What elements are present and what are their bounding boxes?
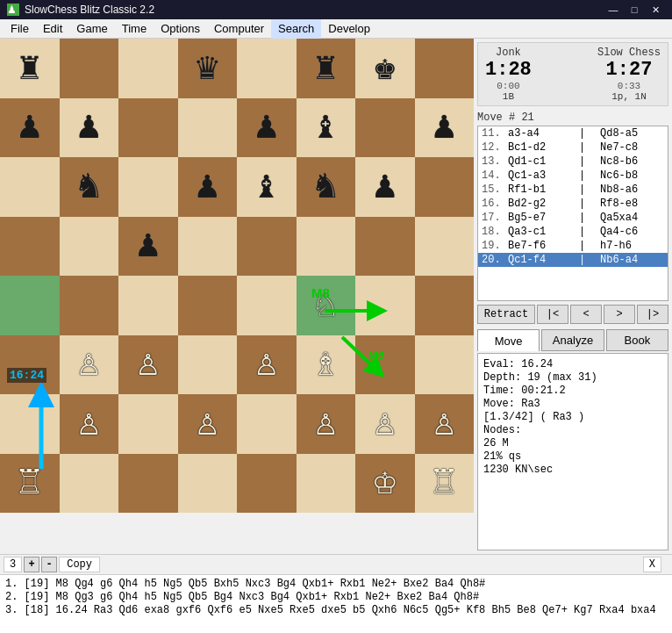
- menu-search[interactable]: Search: [271, 19, 321, 39]
- square[interactable]: ♟: [237, 98, 297, 158]
- table-row[interactable]: 12.Bc1-d2 | Ne7-c8: [478, 140, 668, 155]
- move-list[interactable]: 11.a3-a4 | Qd8-a512.Bc1-d2 | Ne7-c813.Qd…: [477, 126, 668, 301]
- table-row[interactable]: 19.Be7-f6 | h7-h6: [478, 239, 668, 253]
- square[interactable]: [118, 98, 178, 158]
- piece[interactable]: ♖: [18, 464, 42, 502]
- piece[interactable]: ♙: [77, 405, 101, 443]
- menu-options[interactable]: Options: [154, 19, 207, 39]
- square[interactable]: [0, 335, 60, 395]
- table-row[interactable]: 14.Qc1-a3 | Nc6-b8: [478, 169, 668, 183]
- last-move-button[interactable]: |>: [637, 305, 668, 324]
- piece[interactable]: ♔: [374, 464, 397, 502]
- table-row[interactable]: 16.Bd2-g2 | Rf8-e8: [478, 197, 668, 211]
- square[interactable]: ♟: [0, 98, 60, 158]
- maximize-button[interactable]: □: [625, 0, 644, 19]
- square[interactable]: [118, 39, 178, 98]
- square[interactable]: [60, 217, 119, 277]
- square[interactable]: ♗: [297, 335, 356, 395]
- table-row[interactable]: 20.Qc1-f4 | Nb6-a4: [478, 253, 668, 267]
- piece[interactable]: ♝: [314, 108, 338, 147]
- square[interactable]: ♖: [0, 454, 60, 514]
- square[interactable]: ♙: [118, 335, 178, 395]
- square[interactable]: ♙: [60, 335, 119, 395]
- square[interactable]: ♜: [0, 39, 60, 98]
- piece[interactable]: ♟: [137, 227, 161, 265]
- square[interactable]: ♟: [355, 157, 415, 217]
- square[interactable]: [415, 157, 475, 217]
- square[interactable]: ♙: [178, 394, 238, 454]
- square[interactable]: ♞: [60, 157, 119, 217]
- square[interactable]: [0, 157, 60, 217]
- square[interactable]: ♙: [297, 394, 356, 454]
- square[interactable]: [178, 335, 238, 395]
- piece[interactable]: ♝: [255, 168, 279, 206]
- table-row[interactable]: 18.Qa3-c1 | Qa4-c6: [478, 225, 668, 239]
- square[interactable]: [415, 217, 475, 277]
- square[interactable]: ♝: [297, 98, 356, 158]
- square[interactable]: [355, 217, 415, 277]
- menu-computer[interactable]: Computer: [207, 19, 271, 39]
- square[interactable]: [178, 217, 238, 277]
- square[interactable]: ♚: [355, 39, 415, 98]
- square[interactable]: ♛: [178, 39, 238, 98]
- table-row[interactable]: 17.Bg5-e7 | Qa5xa4: [478, 211, 668, 225]
- add-tab-button[interactable]: +: [24, 557, 39, 572]
- square[interactable]: ♜: [297, 39, 356, 98]
- square[interactable]: [415, 276, 475, 335]
- prev-move-button[interactable]: <: [570, 305, 602, 324]
- square[interactable]: [415, 335, 475, 395]
- menu-file[interactable]: File: [4, 19, 36, 39]
- square[interactable]: [0, 217, 60, 277]
- book-mode-button[interactable]: Book: [606, 329, 668, 351]
- close-tab-button[interactable]: X: [643, 557, 661, 572]
- square[interactable]: ♙: [237, 335, 297, 395]
- next-move-button[interactable]: >: [604, 305, 635, 324]
- piece[interactable]: ♜: [314, 49, 338, 88]
- piece[interactable]: ♖: [433, 464, 456, 502]
- square[interactable]: [355, 98, 415, 158]
- square[interactable]: ♝: [237, 157, 297, 217]
- menu-game[interactable]: Game: [69, 19, 114, 39]
- square[interactable]: [415, 39, 475, 98]
- piece[interactable]: ♟: [255, 108, 279, 147]
- piece[interactable]: ♙: [433, 405, 456, 443]
- piece[interactable]: ♟: [433, 108, 456, 147]
- square[interactable]: [60, 39, 119, 98]
- square[interactable]: [118, 276, 178, 335]
- square[interactable]: [178, 276, 238, 335]
- square[interactable]: ♟: [178, 157, 238, 217]
- square[interactable]: [118, 394, 178, 454]
- square[interactable]: [118, 454, 178, 514]
- square[interactable]: ♙: [60, 394, 119, 454]
- piece[interactable]: ♘: [314, 286, 338, 325]
- square[interactable]: [178, 98, 238, 158]
- square[interactable]: [297, 454, 356, 514]
- piece[interactable]: ♟: [374, 168, 397, 206]
- piece[interactable]: ♟: [196, 168, 219, 206]
- move-mode-button[interactable]: Move: [477, 329, 540, 351]
- square[interactable]: [0, 276, 60, 335]
- piece[interactable]: ♞: [314, 168, 338, 206]
- piece[interactable]: ♙: [77, 345, 101, 384]
- piece[interactable]: ♙: [314, 405, 338, 443]
- piece[interactable]: ♞: [77, 168, 101, 206]
- menu-time[interactable]: Time: [115, 19, 154, 39]
- square[interactable]: [237, 454, 297, 514]
- square[interactable]: [355, 276, 415, 335]
- table-row[interactable]: 13.Qd1-c1 | Nc8-b6: [478, 155, 668, 169]
- square[interactable]: [0, 394, 60, 454]
- square[interactable]: [60, 276, 119, 335]
- piece[interactable]: ♛: [196, 49, 219, 88]
- square[interactable]: [118, 157, 178, 217]
- menu-edit[interactable]: Edit: [36, 19, 69, 39]
- piece[interactable]: ♜: [18, 49, 42, 88]
- piece[interactable]: ♟: [18, 108, 42, 147]
- remove-tab-button[interactable]: -: [41, 557, 57, 572]
- close-button[interactable]: ✕: [646, 0, 665, 19]
- square[interactable]: ♞: [297, 157, 356, 217]
- square[interactable]: [237, 39, 297, 98]
- analyze-mode-button[interactable]: Analyze: [541, 329, 604, 351]
- square[interactable]: [178, 454, 238, 514]
- square[interactable]: [355, 335, 415, 395]
- square[interactable]: ♘: [297, 276, 356, 335]
